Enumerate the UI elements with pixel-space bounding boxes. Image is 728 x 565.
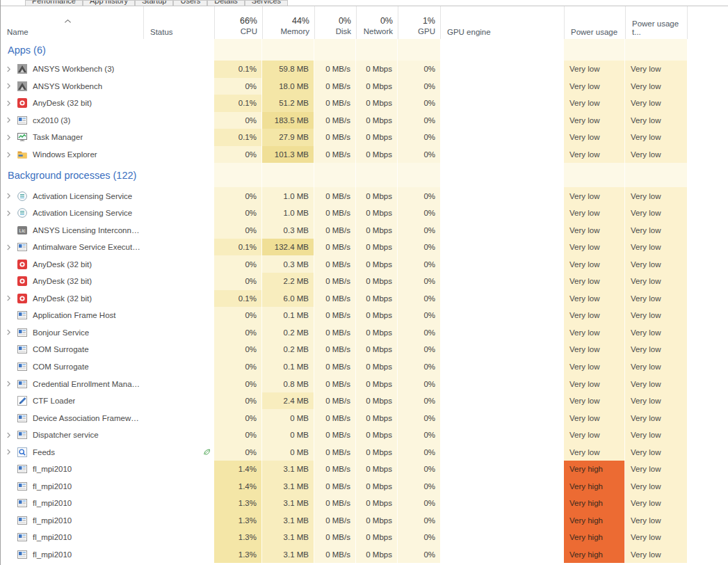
power-usage-cell: Very high — [564, 546, 625, 564]
process-name: fl_mpi2010 — [33, 516, 72, 525]
tab-strip: PerformanceApp historyStartupUsersDetail… — [1, 0, 728, 6]
disk-cell: 0 MB/s — [314, 273, 356, 290]
disk-cell: 0 MB/s — [314, 187, 356, 205]
process-row[interactable]: Lic ANSYS Licensing Interconnect ... 0% … — [1, 221, 728, 239]
power-usage-trend-cell: Very low — [625, 221, 687, 239]
power-usage-cell: Very high — [564, 512, 625, 530]
column-header-cpu[interactable]: 66% CPU — [214, 6, 262, 39]
tab-performance[interactable]: Performance — [25, 0, 83, 6]
status-cell — [143, 163, 214, 187]
process-row[interactable]: Device Association Framework ... 0% 0 MB… — [1, 409, 728, 427]
service-app-icon — [17, 207, 28, 218]
expand-chevron-icon[interactable] — [6, 244, 17, 251]
power-usage-cell: Very low — [564, 358, 625, 376]
tab-services[interactable]: Services — [245, 0, 288, 6]
cpu-cell: 0.1% — [214, 239, 262, 256]
process-row[interactable]: ANSYS Workbench 0% 18.0 MB 0 MB/s 0 Mbps… — [1, 78, 728, 95]
power-usage-cell: Very low — [564, 95, 625, 112]
network-cell: 0 Mbps — [356, 255, 398, 273]
power-usage-trend-cell: Very low — [625, 78, 687, 95]
process-row[interactable]: Task Manager 0.1% 27.9 MB 0 MB/s 0 Mbps … — [1, 129, 728, 146]
cpu-cell: 0% — [214, 427, 262, 444]
expand-chevron-icon[interactable] — [6, 65, 17, 73]
tab-label: Startup — [142, 0, 166, 6]
expand-chevron-icon[interactable] — [6, 82, 17, 90]
expand-chevron-icon[interactable] — [6, 134, 17, 141]
tab-startup[interactable]: Startup — [135, 0, 173, 6]
process-name: Task Manager — [33, 133, 83, 141]
process-row[interactable]: AnyDesk (32 bit) 0% 2.2 MB 0 MB/s 0 Mbps… — [1, 273, 728, 290]
cpu-cell: 1.3% — [214, 512, 262, 530]
service-app-icon — [17, 191, 28, 202]
expand-chevron-icon[interactable] — [6, 380, 17, 388]
process-row[interactable]: Application Frame Host 0% 0.1 MB 0 MB/s … — [1, 307, 728, 324]
power-usage-cell — [564, 163, 625, 187]
process-row[interactable]: AnyDesk (32 bit) 0% 0.3 MB 0 MB/s 0 Mbps… — [1, 255, 728, 273]
gpu-cell: 0% — [398, 495, 440, 512]
process-row[interactable]: ANSYS Workbench (3) 0.1% 59.8 MB 0 MB/s … — [1, 61, 728, 78]
process-row[interactable]: fl_mpi2010 1.4% 3.1 MB 0 MB/s 0 Mbps 0% … — [1, 461, 728, 478]
column-header-memory[interactable]: 44% Memory — [262, 6, 314, 39]
process-row[interactable]: Dispatcher service 0% 0 MB 0 MB/s 0 Mbps… — [1, 427, 728, 444]
process-row[interactable]: fl_mpi2010 1.4% 3.1 MB 0 MB/s 0 Mbps 0% … — [1, 478, 728, 495]
power-usage-trend-cell — [625, 163, 687, 187]
process-row[interactable]: AnyDesk (32 bit) 0.1% 51.2 MB 0 MB/s 0 M… — [1, 95, 728, 112]
process-row[interactable]: AnyDesk (32 bit) 0.1% 6.0 MB 0 MB/s 0 Mb… — [1, 290, 728, 308]
process-row[interactable]: fl_mpi2010 1.3% 3.1 MB 0 MB/s 0 Mbps 0% … — [1, 495, 728, 512]
process-row[interactable]: fl_mpi2010 1.3% 3.1 MB 0 MB/s 0 Mbps 0% … — [1, 546, 728, 564]
column-header-network[interactable]: 0% Network — [356, 6, 398, 39]
task-manager-processes-pane: PerformanceApp historyStartupUsersDetail… — [0, 0, 728, 565]
process-row[interactable]: cx2010 (3) 0% 183.5 MB 0 MB/s 0 Mbps 0% … — [1, 112, 728, 129]
gpu-engine-cell — [440, 495, 564, 512]
group-header-row[interactable]: Background processes (122) — [1, 163, 728, 187]
cpu-cell: 0% — [214, 112, 262, 129]
status-cell — [143, 324, 214, 342]
process-row[interactable]: Feeds 0% 0 MB 0 MB/s 0 Mbps 0% Very low … — [1, 443, 728, 461]
ansys-app-icon — [17, 81, 28, 92]
group-header-row[interactable]: Apps (6) — [1, 39, 728, 61]
process-row[interactable]: Activation Licensing Service 0% 1.0 MB 0… — [1, 205, 728, 222]
process-row[interactable]: COM Surrogate 0% 0.1 MB 0 MB/s 0 Mbps 0%… — [1, 358, 728, 376]
tab-label: Services — [252, 0, 281, 6]
column-header-gpu[interactable]: 1% GPU — [398, 6, 440, 39]
expand-chevron-icon[interactable] — [6, 448, 17, 456]
expand-chevron-icon[interactable] — [6, 151, 17, 159]
expand-chevron-icon[interactable] — [6, 100, 17, 107]
process-row[interactable]: COM Surrogate 0% 0.2 MB 0 MB/s 0 Mbps 0%… — [1, 341, 728, 358]
column-header-power-usage-trend[interactable]: Power usage t... — [625, 6, 687, 39]
expand-chevron-icon[interactable] — [6, 294, 17, 302]
expand-chevron-icon[interactable] — [6, 192, 17, 200]
expand-chevron-icon[interactable] — [6, 328, 17, 336]
power-usage-cell: Very high — [564, 495, 625, 512]
column-header-disk[interactable]: 0% Disk — [314, 6, 356, 39]
column-header-gpu-engine[interactable]: GPU engine — [440, 6, 564, 39]
cpu-cell: 0% — [214, 375, 262, 392]
expand-chevron-icon[interactable] — [6, 431, 17, 439]
process-row[interactable]: Credential Enrollment Manager 0% 0.8 MB … — [1, 375, 728, 392]
cpu-cell: 0% — [214, 324, 262, 342]
network-cell: 0 Mbps — [356, 129, 398, 146]
process-row[interactable]: fl_mpi2010 1.3% 3.1 MB 0 MB/s 0 Mbps 0% … — [1, 529, 728, 546]
tab-app-history[interactable]: App history — [83, 0, 135, 6]
column-header-power-usage[interactable]: Power usage — [564, 6, 625, 39]
process-row[interactable]: CTF Loader 0% 2.4 MB 0 MB/s 0 Mbps 0% Ve… — [1, 392, 728, 410]
status-cell — [143, 255, 214, 273]
gpu-engine-header-label: GPU engine — [441, 28, 564, 36]
tab-users[interactable]: Users — [173, 0, 207, 6]
process-row[interactable]: fl_mpi2010 1.3% 3.1 MB 0 MB/s 0 Mbps 0% … — [1, 512, 728, 530]
column-header-name[interactable]: Name — [1, 6, 143, 39]
process-row[interactable]: Activation Licensing Service 0% 1.0 MB 0… — [1, 187, 728, 205]
process-row[interactable]: Windows Explorer 0% 101.3 MB 0 MB/s 0 Mb… — [1, 146, 728, 164]
process-name: fl_mpi2010 — [33, 482, 72, 491]
process-row[interactable]: Antimalware Service Executable 0.1% 132.… — [1, 239, 728, 256]
process-row[interactable]: Bonjour Service 0% 0.2 MB 0 MB/s 0 Mbps … — [1, 324, 728, 342]
expand-chevron-icon[interactable] — [6, 116, 17, 124]
expand-chevron-icon — [6, 260, 17, 268]
column-header-status[interactable]: Status — [143, 6, 214, 39]
expand-chevron-icon[interactable] — [6, 209, 17, 217]
tab-details[interactable]: Details — [207, 0, 245, 6]
anydesk-app-icon — [17, 259, 28, 270]
gpu-cell: 0% — [398, 529, 440, 546]
power-usage-cell: Very low — [564, 146, 625, 164]
power-usage-trend-cell: Very low — [625, 529, 687, 546]
